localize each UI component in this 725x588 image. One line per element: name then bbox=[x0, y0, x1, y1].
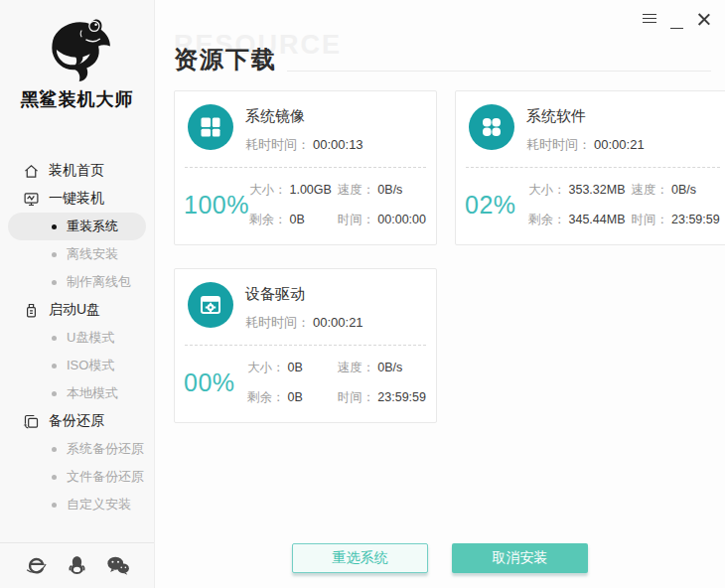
stat-value: 353.32MB bbox=[569, 183, 626, 197]
elapsed-label: 耗时时间： bbox=[526, 137, 591, 152]
stat-remaining: 剩余：345.44MB bbox=[528, 212, 625, 228]
stat-label: 剩余： bbox=[528, 213, 566, 226]
elapsed-label: 耗时时间： bbox=[245, 315, 310, 330]
sidebar-item-usb-mode[interactable]: U盘模式 bbox=[8, 324, 146, 352]
stat-remaining: 剩余：0B bbox=[247, 389, 332, 406]
page-header: RESOURCE 资源下载 bbox=[155, 0, 725, 75]
sidebar-item-boot-usb[interactable]: 启动U盘 bbox=[8, 296, 146, 324]
stat-value: 0B/s bbox=[377, 361, 402, 374]
app-grid-icon bbox=[469, 104, 514, 150]
bullet-icon bbox=[52, 447, 57, 452]
stat-label: 时间： bbox=[632, 213, 669, 226]
usb-drive-icon bbox=[22, 301, 40, 319]
stat-size: 大小：353.32MB bbox=[528, 182, 625, 199]
stat-label: 速度： bbox=[338, 183, 375, 197]
stat-size: 大小：1.00GB bbox=[249, 182, 332, 199]
download-stats: 大小：0B 速度：0B/s 剩余：0B 时间：23:59:59 bbox=[247, 360, 426, 406]
stat-label: 大小： bbox=[247, 361, 285, 374]
stat-label: 大小： bbox=[249, 183, 287, 197]
download-card-device-driver: 设备驱动 耗时时间：00:00:21 00% 大小：0B 速度：0B/s 剩余：… bbox=[174, 268, 437, 423]
stat-value: 0B bbox=[288, 361, 303, 374]
bullet-icon bbox=[52, 503, 57, 508]
brand-name: 黑鲨装机大师 bbox=[0, 87, 154, 111]
stat-label: 速度： bbox=[632, 183, 669, 197]
sidebar-item-label: 重装系统 bbox=[67, 218, 118, 235]
stat-speed: 速度：0B/s bbox=[338, 182, 426, 199]
shark-logo-icon bbox=[0, 12, 154, 87]
driver-gear-icon bbox=[188, 282, 233, 328]
card-title: 设备驱动 bbox=[245, 285, 363, 304]
elapsed-label: 耗时时间： bbox=[245, 137, 310, 152]
window-controls bbox=[643, 13, 711, 26]
close-icon[interactable] bbox=[697, 13, 711, 26]
sidebar-item-label: 装机首页 bbox=[49, 162, 104, 180]
sidebar-item-home[interactable]: 装机首页 bbox=[8, 157, 146, 185]
qq-icon[interactable] bbox=[66, 554, 89, 578]
header-divider bbox=[287, 71, 711, 72]
progress-percent: 02% bbox=[465, 191, 528, 220]
social-icons-row bbox=[0, 542, 154, 588]
sidebar-item-system-backup-restore[interactable]: 系统备份还原 bbox=[8, 435, 146, 463]
sidebar-item-make-offline-pack[interactable]: 制作离线包 bbox=[8, 268, 146, 296]
stat-time: 时间：00:00:00 bbox=[338, 212, 426, 228]
card-title: 系统软件 bbox=[526, 107, 645, 126]
bullet-icon bbox=[52, 252, 57, 257]
sidebar-item-local-mode[interactable]: 本地模式 bbox=[8, 379, 146, 407]
stat-time: 时间：23:59:59 bbox=[338, 389, 426, 406]
sidebar-nav: 装机首页 一键装机 重装系统 离线安装 制作离线包 bbox=[0, 157, 154, 518]
stat-value: 0B bbox=[289, 213, 304, 226]
windows-panes-icon bbox=[188, 104, 233, 150]
sidebar-item-label: 文件备份还原 bbox=[67, 468, 144, 486]
bullet-icon bbox=[52, 336, 57, 341]
sidebar-item-reinstall-system[interactable]: 重装系统 bbox=[8, 213, 146, 240]
sidebar-item-custom-install[interactable]: 自定义安装 bbox=[8, 491, 146, 518]
stat-value: 00:00:00 bbox=[377, 213, 426, 226]
elapsed-value: 00:00:21 bbox=[594, 137, 645, 152]
stat-label: 剩余： bbox=[247, 390, 285, 404]
download-cards: 系统镜像 耗时时间：00:00:13 100% 大小：1.00GB 速度：0B/… bbox=[155, 75, 725, 423]
stat-value: 345.44MB bbox=[569, 213, 626, 226]
cancel-install-button[interactable]: 取消安装 bbox=[452, 543, 588, 573]
stat-label: 大小： bbox=[528, 183, 566, 197]
stat-remaining: 剩余：0B bbox=[249, 212, 332, 228]
stat-label: 剩余： bbox=[249, 213, 287, 226]
stat-speed: 速度：0B/s bbox=[632, 182, 720, 199]
sidebar-item-label: 制作离线包 bbox=[67, 273, 131, 291]
sidebar-item-label: 自定义安装 bbox=[67, 496, 131, 514]
download-stats: 大小：1.00GB 速度：0B/s 剩余：0B 时间：00:00:00 bbox=[249, 182, 426, 228]
sidebar-item-file-backup-restore[interactable]: 文件备份还原 bbox=[8, 463, 146, 491]
sidebar-item-label: 离线安装 bbox=[67, 245, 118, 263]
backup-restore-icon bbox=[22, 412, 40, 430]
page-title: 资源下载 bbox=[174, 44, 277, 75]
wechat-icon[interactable] bbox=[106, 554, 130, 578]
sidebar-item-label: 启动U盘 bbox=[49, 301, 100, 319]
download-stats: 大小：353.32MB 速度：0B/s 剩余：345.44MB 时间：23:59… bbox=[528, 182, 720, 228]
sidebar-item-iso-mode[interactable]: ISO模式 bbox=[8, 352, 146, 379]
stat-size: 大小：0B bbox=[247, 360, 332, 376]
stat-label: 速度： bbox=[338, 361, 375, 374]
card-title: 系统镜像 bbox=[245, 107, 363, 126]
sidebar-item-offline-install[interactable]: 离线安装 bbox=[8, 240, 146, 268]
minimize-icon[interactable] bbox=[670, 28, 683, 29]
home-icon bbox=[22, 162, 40, 180]
reselect-system-button[interactable]: 重选系统 bbox=[292, 543, 428, 573]
main-area: RESOURCE 资源下载 bbox=[155, 0, 725, 588]
elapsed-time: 耗时时间：00:00:13 bbox=[245, 136, 363, 154]
sidebar-item-label: ISO模式 bbox=[67, 357, 114, 374]
sidebar-item-one-key-install[interactable]: 一键装机 bbox=[8, 185, 146, 213]
bullet-icon bbox=[52, 224, 57, 229]
download-card-system-image: 系统镜像 耗时时间：00:00:13 100% 大小：1.00GB 速度：0B/… bbox=[174, 90, 437, 245]
ie-icon[interactable] bbox=[25, 554, 49, 578]
elapsed-value: 00:00:13 bbox=[313, 137, 363, 152]
menu-icon[interactable] bbox=[643, 13, 656, 26]
sidebar-item-label: 一键装机 bbox=[49, 190, 104, 208]
sidebar-item-label: 系统备份还原 bbox=[67, 440, 144, 458]
bullet-icon bbox=[52, 475, 57, 480]
app-window: 黑鲨装机大师 装机首页 一键装机 重装系统 离线安装 bbox=[0, 0, 725, 588]
sidebar-item-backup-restore[interactable]: 备份还原 bbox=[8, 407, 146, 435]
sidebar-item-label: 备份还原 bbox=[49, 412, 104, 430]
elapsed-time: 耗时时间：00:00:21 bbox=[245, 314, 363, 332]
bullet-icon bbox=[52, 364, 57, 368]
sidebar-item-label: 本地模式 bbox=[67, 384, 118, 402]
stat-value: 23:59:59 bbox=[671, 213, 720, 226]
